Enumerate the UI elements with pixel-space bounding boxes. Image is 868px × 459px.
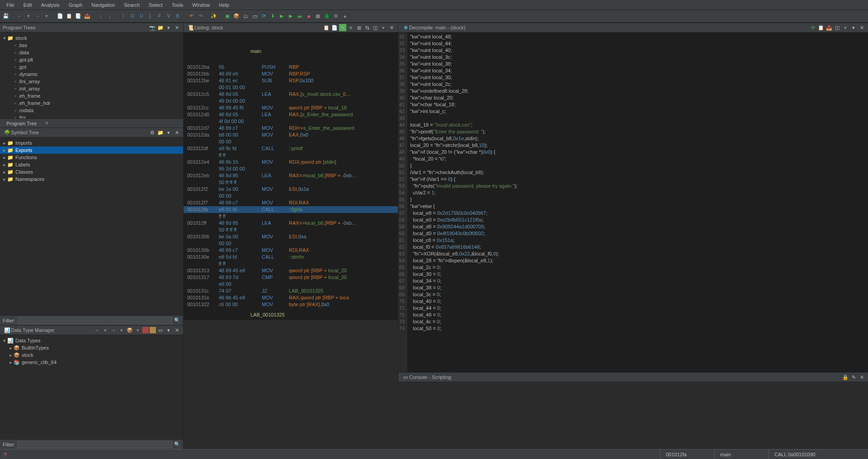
- tree-item[interactable]: ▫.eh_frame_hdr: [0, 99, 183, 107]
- dc-export-icon[interactable]: 📤: [826, 24, 833, 31]
- pt-ico1[interactable]: 📷: [149, 24, 156, 31]
- listing-row[interactable]: 001012eb48 8d 85LEARAX=>local_b8,[RBP + …: [184, 172, 398, 179]
- dtm-ico2[interactable]: [142, 327, 149, 333]
- st-ico1[interactable]: ⚙: [149, 129, 156, 136]
- dc-refresh-icon[interactable]: ⟳: [809, 24, 816, 31]
- play2-icon[interactable]: ▶: [287, 12, 295, 20]
- menu-help[interactable]: Help: [214, 1, 234, 9]
- dtm-ico4[interactable]: ▭: [157, 327, 164, 334]
- tree-item[interactable]: ▫.got: [0, 63, 183, 71]
- st-menu-icon[interactable]: ▾: [165, 129, 172, 136]
- fwd-icon[interactable]: →: [33, 12, 42, 20]
- play-icon[interactable]: ▶: [278, 12, 286, 20]
- tree-item[interactable]: ▫.fini_array: [0, 78, 183, 85]
- tree-item[interactable]: ▫.got.plt: [0, 56, 183, 63]
- menu-select[interactable]: Select: [144, 1, 167, 9]
- listing-row[interactable]: 001012ff48 8d 85LEARAX=>local_b8,[RBP + …: [184, 220, 398, 227]
- dc-menu-icon[interactable]: ▾: [850, 24, 857, 31]
- dc-copy-icon[interactable]: 📋: [817, 24, 825, 31]
- ls-close-icon[interactable]: ✕: [388, 24, 395, 31]
- run-icon[interactable]: ⬇: [269, 12, 277, 20]
- console-close-icon[interactable]: ✕: [858, 374, 865, 381]
- menu-graph[interactable]: Graph: [64, 1, 87, 9]
- ls-flow-icon[interactable]: ≡: [347, 24, 354, 31]
- dtm-fwd-drop-icon[interactable]: ▾: [118, 327, 125, 334]
- f-icon[interactable]: F: [156, 12, 164, 20]
- i-icon[interactable]: I: [119, 12, 127, 20]
- tree-item[interactable]: ▫.dynamic: [0, 71, 183, 78]
- listing-row[interactable]: 001012bb48 89 e5MOVRBP,RSP: [184, 71, 398, 77]
- dtm-back-drop-icon[interactable]: ▾: [102, 327, 109, 334]
- program-tree-tab[interactable]: Program Tree: [3, 120, 40, 127]
- pt-menu-icon[interactable]: ▾: [165, 24, 172, 31]
- l-icon[interactable]: L: [146, 12, 155, 20]
- listing-row[interactable]: 0010131748 83 7dCMPqword ptr [RBP + loca…: [184, 274, 398, 281]
- listing-row[interactable]: 0010131348 89 45 e8MOVqword ptr [RBP + l…: [184, 267, 398, 274]
- ls-paste-icon[interactable]: 📄: [331, 24, 338, 31]
- pt-ico2[interactable]: 📁: [157, 24, 164, 31]
- tree-item[interactable]: ▫.fini: [0, 114, 183, 118]
- console-lock-icon[interactable]: 🔒: [842, 374, 849, 381]
- redo-icon[interactable]: ↷: [196, 12, 204, 20]
- symbol-item[interactable]: ▸📁Exports: [0, 147, 183, 154]
- u-icon[interactable]: U: [137, 12, 146, 20]
- layout-icon[interactable]: ▦: [314, 12, 322, 20]
- dtm-ico1[interactable]: 📦: [126, 327, 133, 334]
- tree-item[interactable]: ▫.init_array: [0, 85, 183, 92]
- tree-icon[interactable]: 🌲: [323, 12, 331, 20]
- listing-row[interactable]: 001012f748 89 c7MOVRDI,RAX: [184, 199, 398, 206]
- listing-row[interactable]: 0010130b48 89 c7MOVRDI,RAX: [184, 247, 398, 254]
- dc-close-icon[interactable]: ✕: [858, 24, 865, 31]
- listing-row[interactable]: 001012c548 8d 05LEARAX,[s_/root/.stock.c…: [184, 91, 398, 98]
- d-icon[interactable]: D: [128, 12, 137, 20]
- dc-snap-icon[interactable]: ◫: [834, 24, 841, 31]
- listing-row[interactable]: 00101306be 0a 00MOVESI,0xa: [184, 233, 398, 240]
- symbol-item[interactable]: ▸📁Functions: [0, 154, 183, 161]
- st-close-icon[interactable]: ✕: [173, 129, 180, 136]
- dtm-close-icon[interactable]: ✕: [173, 327, 180, 334]
- listing-row[interactable]: 001012cc48 89 45 f0MOVqword ptr [RBP + l…: [184, 104, 398, 111]
- menu-search[interactable]: Search: [119, 1, 144, 9]
- ls-snap-drop-icon[interactable]: ▾: [380, 24, 387, 31]
- menu-edit[interactable]: Edit: [19, 1, 37, 9]
- listing-row[interactable]: 001012dfe8 9c fdCALL::printf: [184, 145, 398, 152]
- decompile-view[interactable]: 3132333435363738394041424344454647484950…: [398, 33, 868, 372]
- copy2-icon[interactable]: 📑: [74, 12, 82, 20]
- peek-icon[interactable]: ▣: [223, 12, 231, 20]
- tree-item[interactable]: ▫.eh_frame: [0, 92, 183, 99]
- tree-item[interactable]: ▫.data: [0, 49, 183, 56]
- tab-close-icon[interactable]: ✕: [41, 119, 52, 127]
- listing-row[interactable]: 001012be48 81 ecSUBRSP,0x100: [184, 77, 398, 84]
- ls-snap-icon[interactable]: ◫: [372, 24, 379, 31]
- undo-icon[interactable]: ↶: [187, 12, 195, 20]
- listing-row[interactable]: 001012dab8 00 00MOVEAX,0x0: [184, 132, 398, 138]
- symbol-item[interactable]: ▸📁Labels: [0, 161, 183, 168]
- back-icon[interactable]: ←: [15, 12, 24, 20]
- dtm-item[interactable]: ▸📚generic_clib_64: [0, 359, 183, 366]
- listing-row[interactable]: 001012fae8 91 fdCALL::fgets: [184, 206, 398, 213]
- copy-icon[interactable]: 📄: [56, 12, 64, 20]
- ls-diff-icon[interactable]: ⇆: [363, 24, 371, 31]
- menu-window[interactable]: Window: [188, 1, 214, 9]
- symbol-item[interactable]: ▸📁Imports: [0, 139, 183, 147]
- symbol-filter-input[interactable]: [17, 317, 173, 324]
- listing-row[interactable]: 001012d748 89 c7MOVRDI=>s_Enter_the_pass…: [184, 125, 398, 132]
- dtm-filter-input[interactable]: [17, 441, 173, 448]
- listing-row[interactable]: 00101322c6 00 00MOVbyte ptr [RAX],0x0: [184, 301, 398, 308]
- dtm-filter-icon[interactable]: 🔍: [174, 441, 180, 447]
- tree-item[interactable]: ▫.rodata: [0, 107, 183, 114]
- symbol-item[interactable]: ▸📁Namespaces: [0, 175, 183, 183]
- pkg-icon[interactable]: 📦: [232, 12, 241, 20]
- listing-row[interactable]: 0010131c74 07JZLAB_00101325: [184, 288, 398, 294]
- menu-analysis[interactable]: Analysis: [37, 1, 64, 9]
- console-body[interactable]: [398, 382, 868, 449]
- dtm-item[interactable]: ▾📊Data Types: [0, 337, 183, 344]
- listing-row[interactable]: 001012f2be 1e 00MOVESI,0x1e: [184, 186, 398, 193]
- dtm-ico1d[interactable]: ▾: [134, 327, 142, 334]
- menu-file[interactable]: File: [2, 1, 19, 9]
- dtm-item[interactable]: ▸📦stock: [0, 351, 183, 359]
- down-icon[interactable]: ↓: [106, 12, 114, 20]
- ls-cursor-icon[interactable]: ↖: [339, 24, 346, 31]
- symbol-item[interactable]: ▸📁Classes: [0, 168, 183, 175]
- v-icon[interactable]: V: [165, 12, 173, 20]
